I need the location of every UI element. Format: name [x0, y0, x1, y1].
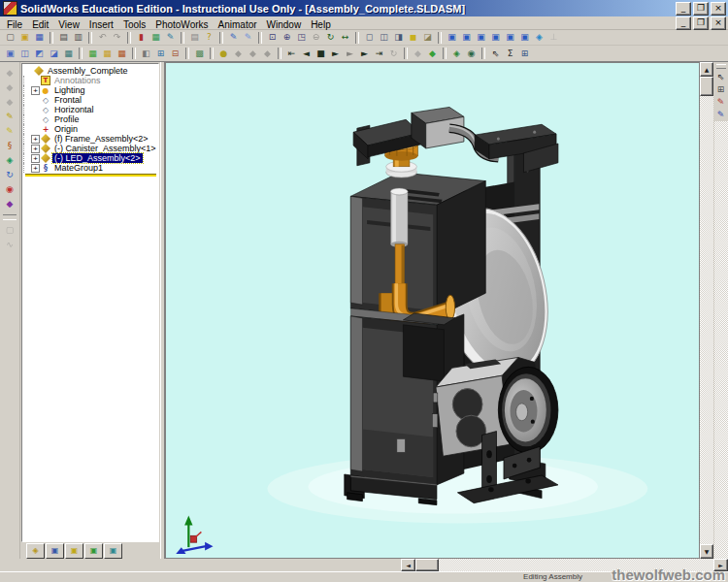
- select-arrow-button[interactable]: ⇖: [488, 48, 503, 60]
- close-button[interactable]: ×: [711, 2, 726, 16]
- zoom-in-out-button[interactable]: ⊕: [280, 31, 294, 44]
- tree-item-led-assembly-2[interactable]: +(-) LED_Assembly<2>: [23, 153, 158, 163]
- tree-item-profile[interactable]: ◇Profile: [23, 114, 158, 124]
- open-document-button[interactable]: ▣: [17, 31, 32, 44]
- scroll-up-button[interactable]: ▲: [700, 62, 713, 77]
- pw-options-button[interactable]: ▩: [192, 48, 207, 60]
- pw-render-area-button[interactable]: ◫: [17, 48, 32, 60]
- sketch-select-button[interactable]: ⇖: [714, 71, 727, 83]
- child-close-button[interactable]: ×: [711, 16, 726, 30]
- scroll-left-button[interactable]: ◄: [401, 559, 415, 571]
- expand-box[interactable]: +: [31, 164, 40, 173]
- exploded-view-button[interactable]: ◉: [2, 182, 17, 197]
- wireframe-button[interactable]: ◻: [362, 31, 377, 44]
- view-top-button[interactable]: ▣: [503, 31, 517, 44]
- tree-item-origin[interactable]: +Origin: [23, 124, 158, 134]
- menu-file[interactable]: File: [2, 19, 27, 30]
- print-button[interactable]: ▤: [56, 31, 71, 44]
- view-back-button[interactable]: ▣: [459, 31, 474, 44]
- undo-button[interactable]: ↶: [95, 31, 110, 44]
- hidden-lines-visible-button[interactable]: ◫: [377, 31, 391, 44]
- pw-copy-settings-button[interactable]: ⊞: [153, 48, 168, 60]
- toolbar-grip[interactable]: [716, 64, 726, 69]
- view-isometric-button[interactable]: ◈: [532, 31, 546, 44]
- physical-dynamics-button[interactable]: ∿: [2, 238, 17, 252]
- restore-button[interactable]: ❐: [693, 2, 709, 16]
- new-document-button[interactable]: ▢: [3, 31, 17, 44]
- tree-item-canister-assembly-1[interactable]: +(-) Canister_Assembly<1>: [23, 144, 158, 153]
- view-left-button[interactable]: ▣: [474, 31, 488, 44]
- sketch-grid-button[interactable]: ⊞: [714, 83, 727, 96]
- tree-item-mategroup1[interactable]: +§MateGroup1: [23, 163, 158, 173]
- save-document-button[interactable]: ▦: [32, 31, 47, 44]
- edit-sketch-button[interactable]: ✎: [241, 31, 255, 44]
- shaded-button[interactable]: ◼: [406, 31, 420, 44]
- edit-part-button[interactable]: ✎: [226, 31, 241, 44]
- anim-delete-button[interactable]: ◆: [260, 48, 275, 60]
- anim-step-back-button[interactable]: ◄: [299, 48, 314, 60]
- tree-item-assembly-complete[interactable]: Assembly_Complete: [23, 66, 158, 76]
- rollback-bar[interactable]: [25, 174, 156, 177]
- file-properties-button[interactable]: ▤: [187, 31, 202, 44]
- rotate-component-button[interactable]: ↻: [2, 168, 17, 182]
- tree-item-frontal[interactable]: ◇Frontal: [23, 95, 158, 105]
- redo-button[interactable]: ↷: [110, 31, 124, 44]
- menu-edit[interactable]: Edit: [27, 19, 53, 30]
- view-front-button[interactable]: ▣: [445, 31, 459, 44]
- tree-item-annotations[interactable]: TAnnotations: [23, 76, 158, 85]
- design-table-button[interactable]: ⊞: [517, 48, 532, 60]
- configurationmanager-tab[interactable]: ▣: [65, 543, 83, 559]
- featuremanager-tab[interactable]: ◈: [26, 543, 45, 559]
- hide-show-component-button[interactable]: ◆: [2, 81, 17, 95]
- vertical-scrollbar[interactable]: ▲ ▼: [700, 62, 713, 559]
- menu-tools[interactable]: Tools: [118, 19, 150, 30]
- menu-help[interactable]: Help: [306, 19, 336, 30]
- edit-part-in-assembly-button[interactable]: ✎: [2, 110, 17, 124]
- animator-manager-tab[interactable]: ▣: [104, 543, 122, 559]
- menu-animator[interactable]: Animator: [214, 19, 262, 30]
- anim-stop-button[interactable]: ■: [314, 48, 328, 60]
- mate-button[interactable]: §: [2, 139, 17, 153]
- anim-options-button[interactable]: ◉: [464, 48, 479, 60]
- anim-wizard-button[interactable]: ◈: [449, 48, 464, 60]
- graphics-viewport[interactable]: [165, 62, 700, 559]
- child-restore-button[interactable]: ❐: [693, 16, 709, 30]
- insert-component-button[interactable]: ◆: [2, 66, 17, 81]
- change-suppression-button[interactable]: ◆: [2, 95, 17, 110]
- sketch-button[interactable]: ✎: [714, 96, 727, 109]
- anim-go-to-start-button[interactable]: ⇤: [284, 48, 299, 60]
- anim-go-to-end-button[interactable]: ⇥: [372, 48, 386, 60]
- edit-material-button[interactable]: ✎: [163, 31, 178, 44]
- print-preview-button[interactable]: ▥: [71, 31, 85, 44]
- normal-to-button[interactable]: ⊥: [546, 31, 561, 44]
- equations-button[interactable]: Σ: [503, 48, 517, 60]
- move-component-button[interactable]: ◈: [2, 153, 17, 168]
- menu-photoworks[interactable]: PhotoWorks: [150, 19, 213, 30]
- menu-insert[interactable]: Insert: [84, 19, 118, 30]
- pw-material-editor-button[interactable]: ▦: [100, 48, 115, 60]
- view-bottom-button[interactable]: ▣: [517, 31, 532, 44]
- expand-box[interactable]: +: [31, 145, 40, 153]
- expand-box[interactable]: +: [31, 154, 40, 163]
- anim-fast-forward-button[interactable]: ►: [343, 48, 357, 60]
- edit-texture-button[interactable]: ▦: [149, 31, 163, 44]
- hidden-lines-removed-button[interactable]: ◨: [391, 31, 406, 44]
- pw-paste-settings-button[interactable]: ⊟: [168, 48, 182, 60]
- vertical-scroll-thumb[interactable]: [700, 77, 713, 96]
- smart-mates-button[interactable]: ✎: [2, 124, 17, 139]
- tree-item-f-frame-assembly-2[interactable]: +(f) Frame_Assembly<2>: [23, 134, 158, 144]
- zoom-to-fit-button[interactable]: ⊡: [265, 31, 280, 44]
- child-minimize-button[interactable]: _: [676, 16, 691, 30]
- anim-play-button[interactable]: ►: [328, 48, 343, 60]
- anim-reload-button[interactable]: ◆: [246, 48, 260, 60]
- minimize-button[interactable]: _: [676, 2, 691, 16]
- edit-color-button[interactable]: ▮: [134, 31, 149, 44]
- view-right-button[interactable]: ▣: [488, 31, 503, 44]
- pw-copy-image-button[interactable]: ◧: [139, 48, 153, 60]
- rotate-view-button[interactable]: ↻: [323, 31, 338, 44]
- zoom-to-selection-button[interactable]: ⊖: [309, 31, 323, 44]
- anim-step-forward-button[interactable]: ►: [357, 48, 372, 60]
- anim-save-button[interactable]: ◆: [231, 48, 246, 60]
- menu-view[interactable]: View: [53, 19, 84, 30]
- zoom-area-button[interactable]: ◳: [294, 31, 309, 44]
